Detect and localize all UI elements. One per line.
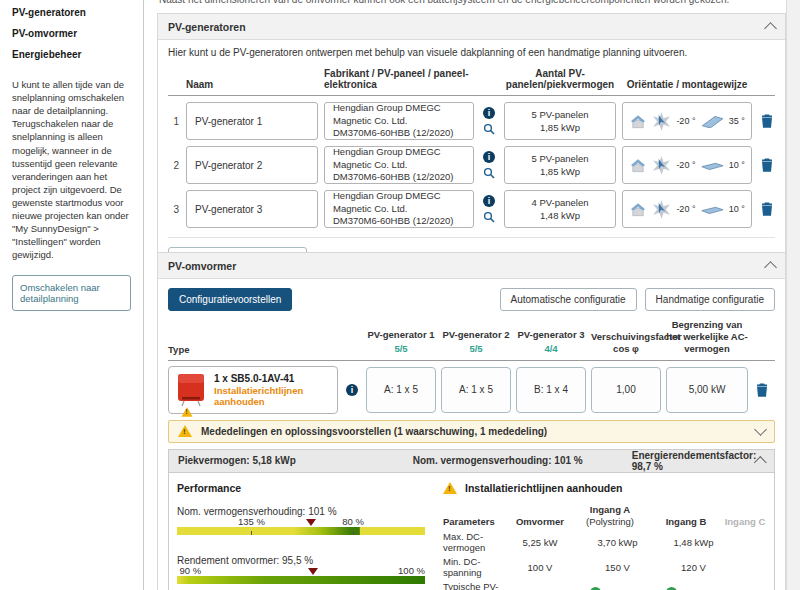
info-icon[interactable] xyxy=(483,195,495,207)
results-summary-bar[interactable]: Piekvermogen: 5,18 kWp Nom. vermogensver… xyxy=(169,450,774,473)
panel-tilt-icon xyxy=(700,202,724,217)
power-ratio-gauge: Nom. vermogensverhouding: 101 % 135 % 80… xyxy=(177,506,425,535)
compass-icon xyxy=(652,156,671,175)
col-generator-2: PV-generator 25/5 xyxy=(441,329,511,355)
panel-type-box[interactable]: Hengdian Group DMEGC Magnetic Co. Ltd. D… xyxy=(324,190,474,228)
switch-to-detail-planning-button[interactable]: Omschakelen naar detailplanning xyxy=(12,275,131,311)
tilt-value: 35 ° xyxy=(729,116,745,126)
panel-count: 5 PV-panelen xyxy=(505,152,615,165)
col-ingang-c: Ingang C xyxy=(724,516,766,528)
generators-table-header: Naam Fabrikant / PV-paneel / paneel-elek… xyxy=(168,68,775,96)
messages-banner[interactable]: Mededelingen en oplossingsvoorstellen (1… xyxy=(168,420,775,443)
delete-generator-icon[interactable] xyxy=(758,114,776,128)
info-icon[interactable] xyxy=(483,107,495,119)
assignment-generator-3[interactable]: B: 1 x 4 xyxy=(516,367,586,413)
gauge-marker xyxy=(306,519,316,526)
panel-module: DM370M6-60HBB (12/2020) xyxy=(333,215,465,227)
generator-name-input[interactable] xyxy=(186,146,318,184)
col-aantal: Aantal PV-panelen/piekvermogen xyxy=(504,68,616,90)
col-naam: Naam xyxy=(186,79,318,90)
ac-limit-value[interactable]: 5,00 kW xyxy=(666,367,748,413)
compass-icon xyxy=(652,112,671,131)
sidebar-item-energiebeheer[interactable]: Energiebeheer xyxy=(12,44,131,65)
panel-tilt-icon xyxy=(700,158,724,173)
pv-generators-header[interactable]: PV-generatoren xyxy=(158,14,785,40)
peak-power: 1,48 kWp xyxy=(505,209,615,222)
delete-inverter-icon[interactable] xyxy=(753,383,771,397)
performance-title: Performance xyxy=(177,482,425,494)
sidebar: PV-generatoren PV-omvormer Energiebeheer… xyxy=(0,0,144,590)
col-cos-phi: Verschuivingsfactorcos φ xyxy=(591,331,661,355)
pv-generators-section: PV-generatoren Hier kunt u de PV-generat… xyxy=(157,13,786,283)
delete-generator-icon[interactable] xyxy=(758,158,776,172)
info-icon[interactable] xyxy=(483,151,495,163)
row-index: 2 xyxy=(168,160,180,171)
guideline-row: Max. DC-vermogen 5,25 kW 3,70 kWp 1,48 k… xyxy=(443,531,766,553)
configuration-proposals-button[interactable]: Configuratievoorstellen xyxy=(168,288,292,311)
pv-inverter-header[interactable]: PV-omvormer xyxy=(158,253,785,279)
magnifier-icon[interactable] xyxy=(483,123,495,135)
inverter-row: 1 x SB5.0-1AV-41 Installatierichtlijnen … xyxy=(168,366,775,414)
panel-type-box[interactable]: Hengdian Group DMEGC Magnetic Co. Ltd. D… xyxy=(324,146,474,184)
house-icon xyxy=(629,202,647,217)
guidelines-table-header: Parameters Omvormer Ingang A(Polystring)… xyxy=(443,504,766,528)
performance-block: Performance Nom. vermogensverhouding: 10… xyxy=(177,481,425,590)
house-icon xyxy=(629,158,647,173)
magnifier-icon[interactable] xyxy=(483,167,495,179)
assignment-generator-1[interactable]: A: 1 x 5 xyxy=(366,367,436,413)
col-orientatie: Oriëntatie / montagewijze xyxy=(622,79,752,90)
sidebar-item-pv-generatoren[interactable]: PV-generatoren xyxy=(12,2,131,23)
panel-type-box[interactable]: Hengdian Group DMEGC Magnetic Co. Ltd. D… xyxy=(324,102,474,140)
peak-power: 1,85 kWp xyxy=(505,165,615,178)
orientation-box[interactable]: -20 ° 35 ° xyxy=(622,102,752,140)
info-icon[interactable] xyxy=(346,384,358,396)
pv-inverter-section: PV-omvormer Configuratievoorstellen Auto… xyxy=(157,252,786,590)
assignment-generator-2[interactable]: A: 1 x 5 xyxy=(441,367,511,413)
magnifier-icon[interactable] xyxy=(483,211,495,223)
planning-mode-note: U kunt te allen tijde van de snelplannin… xyxy=(12,78,131,262)
collapse-chevron-icon[interactable] xyxy=(764,261,777,274)
tilt-value: 10 ° xyxy=(729,160,745,170)
sidebar-item-pv-omvormer[interactable]: PV-omvormer xyxy=(12,23,131,44)
col-generator-3: PV-generator 34/4 xyxy=(516,329,586,355)
azimuth-value: -20 ° xyxy=(676,116,695,126)
peak-power: 1,85 kWp xyxy=(505,121,615,134)
guidelines-title: Installatierichtlijnen aanhouden xyxy=(465,482,623,494)
delete-generator-icon[interactable] xyxy=(758,202,776,216)
generators-intro: Hier kunt u de PV-generatoren ontwerpen … xyxy=(168,47,775,58)
intro-note: Naast het dimensioneren van de omvormer … xyxy=(159,0,779,5)
inverter-model: 1 x SB5.0-1AV-41 xyxy=(214,372,330,386)
orientation-box[interactable]: -20 ° 10 ° xyxy=(622,190,752,228)
inverter-table-header: Type PV-generator 15/5 PV-generator 25/5… xyxy=(168,319,775,361)
results-panel: Piekvermogen: 5,18 kWp Nom. vermogensver… xyxy=(168,449,775,590)
inverter-type-box[interactable]: 1 x SB5.0-1AV-41 Installatierichtlijnen … xyxy=(168,366,338,414)
panel-count-box[interactable]: 4 PV-panelen 1,48 kWp xyxy=(504,190,616,228)
cos-phi-value[interactable]: 1,00 xyxy=(591,367,661,413)
row-index: 3 xyxy=(168,204,180,215)
gauge-marker xyxy=(308,568,318,575)
panel-count-box[interactable]: 5 PV-panelen 1,85 kWp xyxy=(504,146,616,184)
orientation-box[interactable]: -20 ° 10 ° xyxy=(622,146,752,184)
section-title: PV-generatoren xyxy=(168,21,246,33)
warning-icon xyxy=(178,425,192,437)
automatic-configuration-button[interactable]: Automatische configuratie xyxy=(500,288,637,311)
generator-row-1: 1 Hengdian Group DMEGC Magnetic Co. Ltd.… xyxy=(168,102,775,140)
panel-manufacturer: Hengdian Group DMEGC Magnetic Co. Ltd. xyxy=(333,146,465,171)
panel-count: 5 PV-panelen xyxy=(505,108,615,121)
panel-count-box[interactable]: 5 PV-panelen 1,85 kWp xyxy=(504,102,616,140)
vertical-scrollbar[interactable] xyxy=(786,0,800,590)
warning-icon xyxy=(443,482,457,494)
collapse-chevron-icon[interactable] xyxy=(764,22,777,35)
power-ratio-summary: Nom. vermogensverhouding: 101 % xyxy=(413,455,632,466)
generator-name-input[interactable] xyxy=(186,190,318,228)
generator-1-ratio: 5/5 xyxy=(366,343,436,355)
expand-chevron-icon[interactable] xyxy=(754,423,767,436)
manual-configuration-button[interactable]: Handmatige configuratie xyxy=(645,288,775,311)
peak-power-summary: Piekvermogen: 5,18 kWp xyxy=(178,455,413,466)
guideline-row: Typische PV-spanning 161 V 129 V xyxy=(443,581,766,590)
col-type: Type xyxy=(168,344,338,355)
col-generator-1: PV-generator 15/5 xyxy=(366,329,436,355)
generator-row-2: 2 Hengdian Group DMEGC Magnetic Co. Ltd.… xyxy=(168,146,775,184)
azimuth-value: -20 ° xyxy=(676,204,695,214)
generator-name-input[interactable] xyxy=(186,102,318,140)
